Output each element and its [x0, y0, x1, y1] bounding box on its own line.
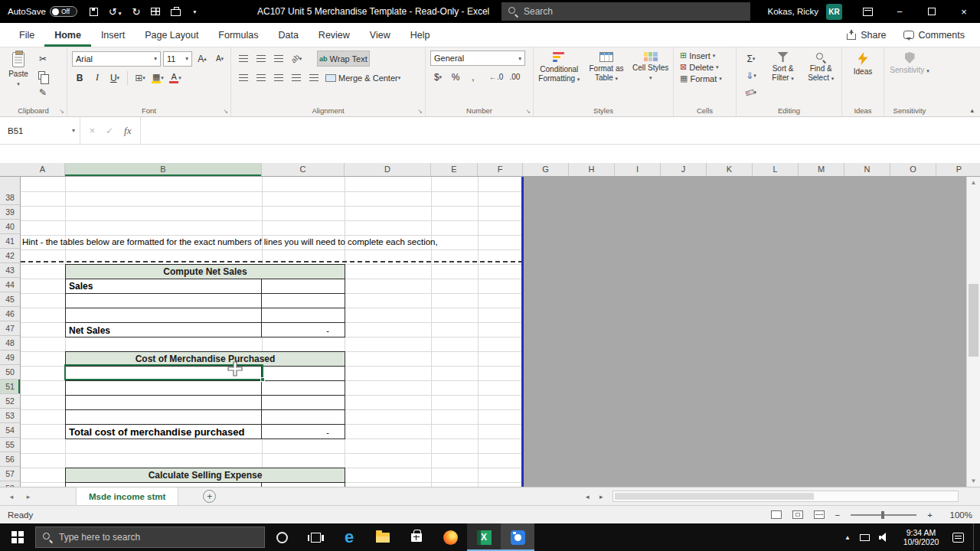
orientation-button[interactable]: ab▾	[289, 51, 304, 67]
dialog-launcher-icon[interactable]: ↘	[223, 108, 228, 115]
share-button[interactable]: Share	[847, 30, 886, 41]
find-select-button[interactable]: Find & Select ▾	[802, 51, 840, 106]
clear-button[interactable]: ▾	[738, 84, 764, 100]
row-header-44[interactable]: 44	[0, 278, 20, 292]
row-header-47[interactable]: 47	[0, 321, 20, 336]
align-center-button[interactable]	[253, 70, 269, 86]
tab-home[interactable]: Home	[44, 23, 91, 47]
merge-center-button[interactable]: Merge & Center▾	[324, 70, 402, 86]
increase-decimal-button[interactable]: ←.0	[488, 69, 505, 85]
format-as-table-button[interactable]: Format as Table ▾	[584, 51, 629, 106]
firefox-button[interactable]	[433, 523, 467, 551]
decrease-decimal-button[interactable]: .00	[507, 69, 522, 85]
undo-button[interactable]: ↺▾	[109, 5, 122, 18]
sheet-tab-msde-income-stmt[interactable]: Msde income stmt	[76, 487, 178, 505]
view-page-layout-button[interactable]	[792, 510, 803, 519]
redo-icon[interactable]: ↻	[132, 7, 141, 17]
row-header-43[interactable]: 43	[0, 263, 20, 278]
column-header-E[interactable]: E	[431, 163, 478, 176]
column-header-M[interactable]: M	[799, 163, 844, 176]
cut-button[interactable]: ✂	[35, 51, 51, 67]
maximize-button[interactable]	[916, 0, 948, 23]
align-bottom-button[interactable]	[271, 51, 286, 67]
hscroll-right-icon[interactable]: ▸	[599, 487, 603, 506]
tab-data[interactable]: Data	[268, 23, 308, 47]
column-header-O[interactable]: O	[890, 163, 936, 176]
fill-color-button[interactable]: ▦▾	[150, 70, 165, 86]
column-header-N[interactable]: N	[844, 163, 890, 176]
cell-B47[interactable]	[66, 308, 262, 322]
row-header-41[interactable]: 41	[0, 234, 20, 249]
zoom-level[interactable]: 100%	[943, 510, 972, 520]
vertical-scrollbar-thumb[interactable]	[969, 284, 978, 357]
cell-B53[interactable]	[66, 396, 262, 409]
add-sheet-button[interactable]: +	[203, 490, 216, 503]
cancel-icon[interactable]: ×	[90, 126, 95, 136]
name-box-dropdown-icon[interactable]: ▾	[67, 127, 80, 134]
align-middle-button[interactable]	[253, 51, 269, 67]
tab-review[interactable]: Review	[309, 23, 360, 47]
comma-button[interactable]: ,	[466, 69, 481, 85]
column-header-B[interactable]: B	[65, 163, 262, 176]
store-button[interactable]	[400, 523, 433, 551]
insert-cells-button[interactable]: ⊞Insert▾	[680, 51, 734, 60]
conditional-formatting-button[interactable]: Conditional Formatting ▾	[536, 51, 582, 106]
row-header-40[interactable]: 40	[0, 220, 20, 234]
cell-C54[interactable]	[262, 410, 345, 424]
tray-expand-icon[interactable]: ▲	[844, 534, 851, 541]
scroll-up-icon[interactable]: ▲	[967, 177, 980, 188]
row-header-58[interactable]: 58	[0, 481, 20, 487]
row-header-56[interactable]: 56	[0, 452, 20, 467]
row-header-54[interactable]: 54	[0, 423, 20, 438]
sheet-nav-right-icon[interactable]: ▸	[23, 493, 34, 500]
column-header-G[interactable]: G	[523, 163, 569, 176]
close-button[interactable]: ×	[948, 0, 980, 23]
comments-button[interactable]: Comments	[903, 30, 965, 41]
increase-font-button[interactable]: A▴	[194, 51, 210, 67]
column-header-L[interactable]: L	[753, 163, 799, 176]
row-header-46[interactable]: 46	[0, 307, 20, 321]
tab-help[interactable]: Help	[400, 23, 440, 47]
format-cells-button[interactable]: ▦Format▾	[680, 73, 734, 83]
font-color-button[interactable]: A▾	[168, 70, 183, 86]
dialog-launcher-icon[interactable]: ↘	[59, 108, 64, 115]
sensitivity-button[interactable]: Sensitivity ▾	[886, 51, 933, 76]
autosum-button[interactable]: Σ▾	[738, 51, 764, 67]
cell-B54[interactable]	[66, 410, 262, 424]
volume-icon[interactable]	[879, 533, 890, 542]
file-explorer-button[interactable]	[366, 523, 400, 551]
taskbar-clock[interactable]: 9:34 AM 10/9/2020	[899, 528, 943, 547]
sheet-nav-left-icon[interactable]: ◂	[6, 493, 17, 500]
cell-C52[interactable]	[262, 381, 345, 395]
font-size-select[interactable]: 11▾	[163, 51, 192, 67]
view-page-break-button[interactable]	[814, 510, 825, 519]
italic-button[interactable]: I	[90, 70, 105, 86]
column-header-K[interactable]: K	[707, 163, 753, 176]
save-icon[interactable]	[90, 8, 98, 16]
cell-B48[interactable]: Net Sales	[66, 323, 262, 337]
insert-function-icon[interactable]: fx	[124, 125, 131, 137]
sort-filter-button[interactable]: Sort & Filter ▾	[764, 51, 802, 106]
cell-C45[interactable]	[262, 279, 345, 293]
cell-C48[interactable]: -	[262, 323, 345, 337]
column-header-P[interactable]: P	[936, 163, 980, 176]
currency-button[interactable]: $▾	[430, 69, 446, 85]
view-normal-button[interactable]	[771, 510, 782, 519]
cell-styles-button[interactable]: Cell Styles ▾	[631, 51, 671, 106]
row-header-49[interactable]: 49	[0, 350, 20, 365]
ribbon-display-options-button[interactable]	[851, 0, 884, 23]
collapse-ribbon-button[interactable]: ▴	[970, 106, 974, 114]
row-header-55[interactable]: 55	[0, 438, 20, 452]
row-header-52[interactable]: 52	[0, 394, 20, 409]
format-painter-button[interactable]: ✎	[35, 84, 51, 100]
column-header-A[interactable]: A	[21, 163, 65, 176]
delete-cells-button[interactable]: ⊠Delete▾	[680, 62, 734, 72]
tab-insert[interactable]: Insert	[91, 23, 135, 47]
column-header-D[interactable]: D	[345, 163, 431, 176]
excel-taskbar-button[interactable]: X	[467, 523, 501, 551]
row-header-51[interactable]: 51	[0, 380, 20, 394]
zoom-slider[interactable]	[851, 514, 916, 516]
dialog-launcher-icon[interactable]: ↘	[525, 108, 531, 115]
camera-taskbar-button[interactable]	[501, 523, 534, 551]
network-icon[interactable]	[860, 534, 870, 541]
